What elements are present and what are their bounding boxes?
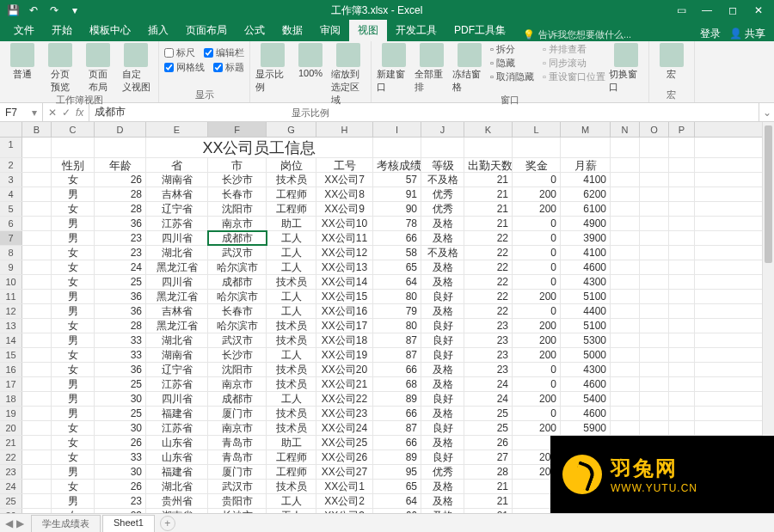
cell-C13[interactable]: 女 [52, 319, 95, 333]
cell-J18[interactable]: 良好 [421, 392, 464, 406]
sheet-nav-prev-icon[interactable]: ◀ [5, 517, 13, 529]
cell-N13[interactable] [611, 319, 640, 333]
cell-P12[interactable] [669, 304, 695, 318]
cell-K7[interactable]: 22 [464, 231, 513, 245]
cell-C16[interactable]: 女 [52, 363, 95, 376]
cell-G18[interactable]: 工人 [267, 392, 316, 406]
cell-D14[interactable]: 33 [95, 333, 146, 347]
row-header[interactable]: 23 [0, 465, 22, 479]
cell-K23[interactable]: 28 [464, 465, 513, 479]
cell-J8[interactable]: 不及格 [421, 246, 464, 260]
cell-J14[interactable]: 良好 [421, 333, 464, 347]
col-header-P[interactable]: P [669, 122, 695, 137]
cell-D18[interactable]: 30 [95, 392, 146, 406]
cell-K22[interactable]: 27 [464, 450, 513, 464]
cell-I11[interactable]: 80 [373, 290, 421, 303]
cell-D4[interactable]: 28 [95, 187, 146, 201]
cell-E4[interactable]: 吉林省 [146, 187, 208, 201]
check-编辑栏[interactable]: 编辑栏 [204, 46, 244, 59]
col-header-K[interactable]: K [464, 122, 513, 137]
cell-C23[interactable]: 男 [52, 465, 95, 479]
cell-E9[interactable]: 黑龙江省 [146, 260, 208, 274]
cell-D25[interactable]: 23 [95, 494, 146, 508]
tab-审阅[interactable]: 审阅 [311, 20, 349, 41]
cell-B19[interactable] [22, 407, 52, 420]
cell-H9[interactable]: XX公司13 [316, 260, 373, 274]
cell-M16[interactable]: 4300 [561, 363, 611, 376]
cell-G12[interactable]: 工人 [267, 304, 316, 318]
cell-D22[interactable]: 33 [95, 450, 146, 464]
cell-I5[interactable]: 90 [373, 202, 421, 216]
cell-B7[interactable] [22, 231, 52, 245]
cell-B3[interactable] [22, 173, 52, 187]
checkbox[interactable] [204, 48, 213, 58]
cell-O11[interactable] [640, 290, 669, 303]
cell-K18[interactable]: 24 [464, 392, 513, 406]
cell-M10[interactable]: 4300 [561, 275, 611, 289]
cell-M7[interactable]: 3900 [561, 231, 611, 245]
cell-B6[interactable] [22, 217, 52, 230]
cell-E18[interactable]: 四川省 [146, 392, 208, 406]
cell-F12[interactable]: 长春市 [208, 304, 267, 318]
cell-I22[interactable]: 89 [373, 450, 421, 464]
cell-B21[interactable] [22, 436, 52, 449]
cell-O20[interactable] [640, 421, 669, 435]
cell-N14[interactable] [611, 333, 640, 347]
cell-D3[interactable]: 26 [95, 173, 146, 187]
cell-B8[interactable] [22, 246, 52, 260]
cell-M1[interactable] [561, 138, 611, 157]
sheet-tab-学生成绩表[interactable]: 学生成绩表 [31, 515, 101, 532]
cell-O6[interactable] [640, 217, 669, 230]
cell-F7[interactable]: 成都市 [208, 231, 267, 245]
cell-I20[interactable]: 87 [373, 421, 421, 435]
col-header-I[interactable]: I [373, 122, 421, 137]
cell-L7[interactable]: 0 [513, 231, 561, 245]
undo-icon[interactable]: ↶ [24, 2, 43, 19]
cell-E25[interactable]: 贵州省 [146, 494, 208, 508]
cell-J1[interactable] [421, 138, 464, 157]
tab-文件[interactable]: 文件 [5, 20, 43, 41]
cell-I10[interactable]: 64 [373, 275, 421, 289]
cell-I7[interactable]: 66 [373, 231, 421, 245]
cell-H13[interactable]: XX公司17 [316, 319, 373, 333]
cell-D21[interactable]: 26 [95, 436, 146, 449]
cell-I21[interactable]: 66 [373, 436, 421, 449]
cell-J4[interactable]: 优秀 [421, 187, 464, 201]
cell-P15[interactable] [669, 348, 695, 362]
cell-G4[interactable]: 工程师 [267, 187, 316, 201]
cell-N18[interactable] [611, 392, 640, 406]
cell-K5[interactable]: 21 [464, 202, 513, 216]
row-header[interactable]: 15 [0, 348, 22, 362]
cell-F15[interactable]: 长沙市 [208, 348, 267, 362]
cell-J20[interactable]: 良好 [421, 421, 464, 435]
tab-开发工具[interactable]: 开发工具 [387, 20, 445, 41]
cell-P13[interactable] [669, 319, 695, 333]
cell-F6[interactable]: 南京市 [208, 217, 267, 230]
cell-M11[interactable]: 5100 [561, 290, 611, 303]
row-header[interactable]: 12 [0, 304, 22, 318]
cell-N16[interactable] [611, 363, 640, 376]
cell-I19[interactable]: 66 [373, 407, 421, 420]
cell-C2[interactable]: 性别 [52, 158, 95, 172]
cell-O2[interactable] [640, 158, 669, 172]
cell-N20[interactable] [611, 421, 640, 435]
cell-G25[interactable]: 工人 [267, 494, 316, 508]
cell-L14[interactable]: 200 [513, 333, 561, 347]
close-icon[interactable]: ✕ [746, 2, 771, 19]
cell-O17[interactable] [640, 377, 669, 391]
cell-P6[interactable] [669, 217, 695, 230]
cell-P16[interactable] [669, 363, 695, 376]
tab-开始[interactable]: 开始 [43, 20, 81, 41]
cell-P14[interactable] [669, 333, 695, 347]
cell-N6[interactable] [611, 217, 640, 230]
cell-N8[interactable] [611, 246, 640, 260]
win-新建窗口[interactable]: 新建窗口 [377, 43, 411, 94]
cell-P11[interactable] [669, 290, 695, 303]
cell-L15[interactable]: 200 [513, 348, 561, 362]
cell-E23[interactable]: 福建省 [146, 465, 208, 479]
cell-L19[interactable]: 0 [513, 407, 561, 420]
cell-B5[interactable] [22, 202, 52, 216]
cell-E5[interactable]: 辽宁省 [146, 202, 208, 216]
row-header[interactable]: 16 [0, 363, 22, 376]
cell-I17[interactable]: 68 [373, 377, 421, 391]
